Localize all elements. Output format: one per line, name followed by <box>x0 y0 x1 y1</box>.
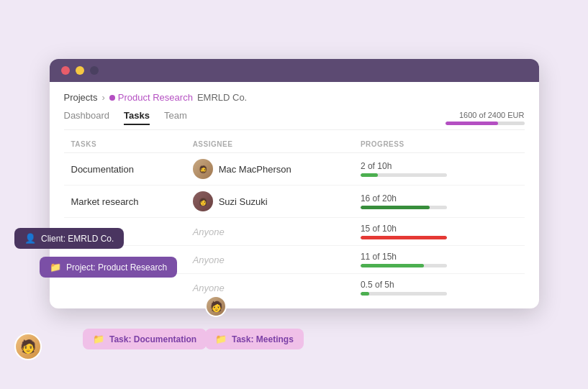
table-row[interactable]: MeetingsAnyone15 of 10h <box>64 218 525 246</box>
progress-bar-fill <box>361 236 447 239</box>
budget-text: 1600 of 2400 EUR <box>459 111 525 119</box>
tooltip-project: 📁 Project: Product Research <box>40 257 177 278</box>
assignee-name: Suzi Suzuki <box>219 196 268 207</box>
budget-bar <box>445 122 525 125</box>
assignee-anyone: Anyone <box>193 226 225 237</box>
progress-bar <box>361 292 447 296</box>
assignee-anyone: Anyone <box>193 283 225 293</box>
tooltip-task-meet-label: Task: Meetings <box>232 334 294 344</box>
task-assignee: Anyone <box>186 218 353 246</box>
task-progress: 0.5 of 5h <box>353 274 525 302</box>
task-progress: 2 of 10h <box>353 153 525 186</box>
breadcrumb-client: EMRLD Co. <box>197 92 247 103</box>
budget-bar-fill <box>445 122 499 125</box>
expand-dot[interactable] <box>90 66 99 75</box>
progress-text: 11 of 15h <box>361 252 517 262</box>
title-bar <box>50 59 539 82</box>
progress-bar <box>361 206 447 209</box>
task-name: Documentation <box>64 153 186 186</box>
tabs-budget-bar: Dashboard Tasks Team 1600 of 2400 EUR <box>64 110 525 130</box>
progress-bar-fill <box>361 206 430 209</box>
task-progress: 15 of 10h <box>353 218 525 246</box>
progress-text: 15 of 10h <box>361 224 517 234</box>
person-icon: 👤 <box>24 233 36 244</box>
progress-text: 16 of 20h <box>361 193 517 203</box>
breadcrumb-sep: › <box>101 92 104 103</box>
task-progress: 16 of 20h <box>353 186 525 218</box>
tab-dashboard[interactable]: Dashboard <box>64 110 110 125</box>
breadcrumb: Projects › Product Research EMRLD Co. <box>64 92 525 103</box>
progress-text: 2 of 10h <box>361 161 517 171</box>
task-name: Market research <box>64 186 186 218</box>
task-assignee: Anyone <box>186 246 353 274</box>
assignee-name: Mac MacPherson <box>219 164 291 175</box>
progress-bar-fill <box>361 264 424 267</box>
tooltip-task-meet: 📁 Task: Meetings <box>205 329 304 349</box>
assignee-avatar: 👩 <box>193 191 213 211</box>
tooltip-client: 👤 Client: EMRLD Co. <box>14 228 124 249</box>
avatar-bottom-left: 🧑 <box>14 333 42 360</box>
folder-icon: 📁 <box>50 262 61 273</box>
progress-bar <box>361 264 447 267</box>
progress-bar-fill <box>361 173 378 177</box>
progress-bar <box>361 236 447 239</box>
table-row[interactable]: Documentation🧔Mac MacPherson2 of 10h <box>64 153 525 186</box>
task-assignee: 👩Suzi Suzuki <box>186 186 353 218</box>
tabs: Dashboard Tasks Team <box>64 110 187 125</box>
tooltip-task-doc-label: Task: Documentation <box>109 334 196 344</box>
task-assignee: 🧔Mac MacPherson <box>186 153 353 186</box>
progress-bar-fill <box>361 292 369 296</box>
breadcrumb-current: Product Research <box>109 92 193 103</box>
progress-text: 0.5 of 5h <box>361 280 517 290</box>
col-tasks: TASKS <box>64 134 186 153</box>
tab-tasks[interactable]: Tasks <box>124 110 150 125</box>
close-dot[interactable] <box>61 66 70 75</box>
col-assignee: ASSIGNEE <box>186 134 353 153</box>
folder-icon-meet: 📁 <box>215 334 227 344</box>
assignee-anyone: Anyone <box>193 255 225 265</box>
progress-bar <box>361 173 447 177</box>
col-progress: PROGRESS <box>353 134 525 153</box>
task-progress: 11 of 15h <box>353 246 525 274</box>
table-row[interactable]: Market research👩Suzi Suzuki16 of 20h <box>64 186 525 218</box>
tab-team[interactable]: Team <box>164 110 187 125</box>
task-name <box>64 274 186 302</box>
tooltip-task-doc: 📁 Task: Documentation <box>83 329 207 349</box>
assignee-avatar: 🧔 <box>193 159 213 179</box>
breadcrumb-projects[interactable]: Projects <box>64 92 98 103</box>
table-row[interactable]: Anyone0.5 of 5h <box>64 274 525 302</box>
budget-info: 1600 of 2400 EUR <box>445 111 525 125</box>
minimize-dot[interactable] <box>76 66 84 75</box>
project-dot <box>109 95 115 101</box>
avatar-mid: 🧑 <box>205 296 227 317</box>
tooltip-client-label: Client: EMRLD Co. <box>41 234 114 244</box>
folder-icon-doc: 📁 <box>93 334 104 344</box>
tooltip-project-label: Project: Product Research <box>66 262 167 273</box>
